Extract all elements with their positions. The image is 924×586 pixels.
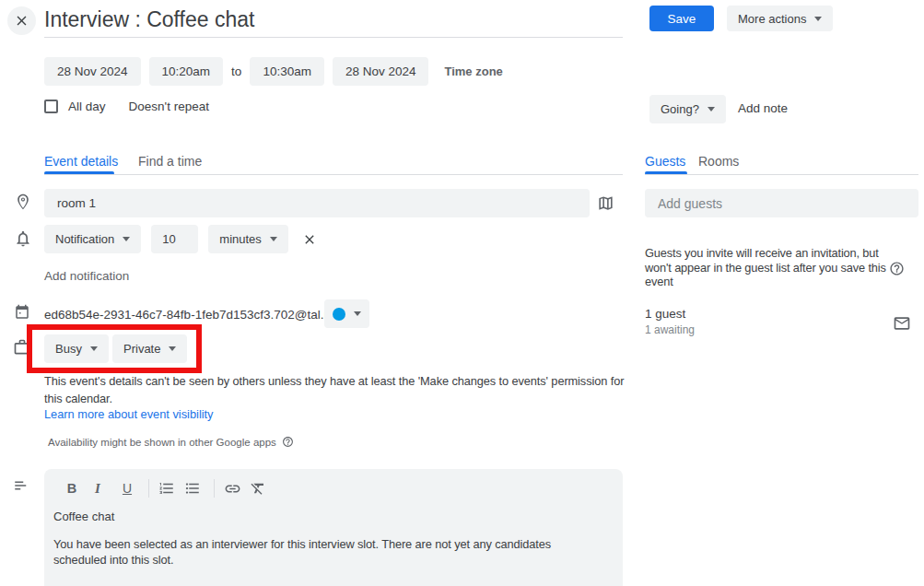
private-label: Private xyxy=(123,342,160,356)
description-body: You have been selected as an interviewer… xyxy=(53,536,606,568)
tabs-divider xyxy=(645,174,918,175)
insert-link-button[interactable] xyxy=(221,477,243,499)
notification-type-label: Notification xyxy=(55,232,114,246)
chevron-down-icon xyxy=(123,237,130,241)
timezone-button[interactable]: Time zone xyxy=(444,64,502,78)
tab-event-details[interactable]: Event details xyxy=(44,154,118,169)
description-title: Coffee chat xyxy=(53,510,114,523)
guest-count: 1 guest xyxy=(645,307,685,321)
remove-notification-button[interactable] xyxy=(302,232,317,247)
close-icon xyxy=(14,13,29,29)
datetime-row: 28 Nov 2024 10:20am to 10:30am 28 Nov 20… xyxy=(44,57,503,86)
start-time-field[interactable]: 10:20am xyxy=(149,57,224,86)
availability-note: Availability might be shown in other Goo… xyxy=(48,436,294,448)
chevron-down-icon xyxy=(270,237,277,241)
add-note-button[interactable]: Add note xyxy=(738,101,788,115)
start-date-field[interactable]: 28 Nov 2024 xyxy=(44,57,141,86)
email-guests-icon[interactable] xyxy=(893,314,911,333)
help-icon[interactable] xyxy=(282,436,294,448)
clear-formatting-button[interactable] xyxy=(247,477,269,499)
location-pin-icon xyxy=(14,193,32,211)
to-label: to xyxy=(231,64,241,78)
end-date-field[interactable]: 28 Nov 2024 xyxy=(333,57,429,86)
visibility-note: This event's details can't be seen by ot… xyxy=(44,372,626,407)
notification-row: Notification 10 minutes xyxy=(44,225,317,253)
calendar-id-label: ed68b54e-2931-46c7-84fb-1feb7d153cf3.702… xyxy=(44,308,341,322)
notification-amount-field[interactable]: 10 xyxy=(151,225,198,253)
busy-dropdown[interactable]: Busy xyxy=(44,334,109,363)
description-editor[interactable]: B I U Coffee chat You have been selected… xyxy=(44,469,623,586)
bold-button[interactable]: B xyxy=(61,477,83,499)
tab-guests[interactable]: Guests xyxy=(645,154,685,169)
private-dropdown[interactable]: Private xyxy=(112,334,187,363)
more-actions-label: More actions xyxy=(738,12,806,26)
guest-awaiting: 1 awaiting xyxy=(645,323,695,336)
description-toolbar: B I U xyxy=(61,477,273,499)
save-button[interactable]: Save xyxy=(649,6,714,31)
map-icon[interactable] xyxy=(597,194,614,212)
guests-note: Guests you invite will receive an invita… xyxy=(645,246,886,289)
tabs-divider xyxy=(44,174,623,175)
close-button[interactable] xyxy=(7,6,36,35)
location-input[interactable] xyxy=(44,189,590,217)
tab-find-a-time[interactable]: Find a time xyxy=(138,154,202,169)
notification-unit-dropdown[interactable]: minutes xyxy=(208,225,288,253)
busy-label: Busy xyxy=(55,342,82,356)
chevron-down-icon xyxy=(90,346,98,351)
notification-type-dropdown[interactable]: Notification xyxy=(44,225,141,253)
tab-rooms[interactable]: Rooms xyxy=(698,154,739,169)
availability-note-text: Availability might be shown in other Goo… xyxy=(48,437,276,448)
chevron-down-icon xyxy=(169,346,176,351)
help-icon[interactable] xyxy=(889,261,905,276)
page-title: Interview : Coffee chat xyxy=(44,7,254,32)
end-time-field[interactable]: 10:30am xyxy=(250,57,324,86)
all-day-checkbox[interactable] xyxy=(44,100,58,113)
calendar-icon xyxy=(14,304,30,321)
event-edit-page: Interview : Coffee chat Save More action… xyxy=(0,0,924,586)
title-underline xyxy=(44,37,623,38)
all-day-label: All day xyxy=(68,100,106,113)
allday-row: All day Doesn't repeat xyxy=(44,100,209,113)
calendar-color-dropdown[interactable] xyxy=(324,299,369,328)
chevron-down-icon xyxy=(354,311,361,316)
recurrence-button[interactable]: Doesn't repeat xyxy=(129,100,209,113)
toolbar-divider xyxy=(148,479,149,498)
chevron-down-icon xyxy=(708,107,715,111)
bell-icon xyxy=(14,229,32,248)
going-label: Going? xyxy=(661,102,699,116)
event-visibility-link[interactable]: Learn more about event visibility xyxy=(44,407,214,421)
add-notification-button[interactable]: Add notification xyxy=(44,269,129,283)
italic-button[interactable]: I xyxy=(87,477,109,499)
numbered-list-button[interactable] xyxy=(156,477,178,499)
underline-button[interactable]: U xyxy=(116,477,138,499)
description-icon xyxy=(13,477,29,494)
briefcase-icon xyxy=(13,338,31,357)
add-guests-input[interactable] xyxy=(645,189,918,217)
bulleted-list-button[interactable] xyxy=(181,477,204,499)
toolbar-divider xyxy=(214,479,215,498)
color-swatch xyxy=(333,308,345,321)
notification-unit-label: minutes xyxy=(219,232,262,246)
going-dropdown[interactable]: Going? xyxy=(649,95,726,123)
chevron-down-icon xyxy=(814,17,822,21)
more-actions-button[interactable]: More actions xyxy=(727,6,833,31)
